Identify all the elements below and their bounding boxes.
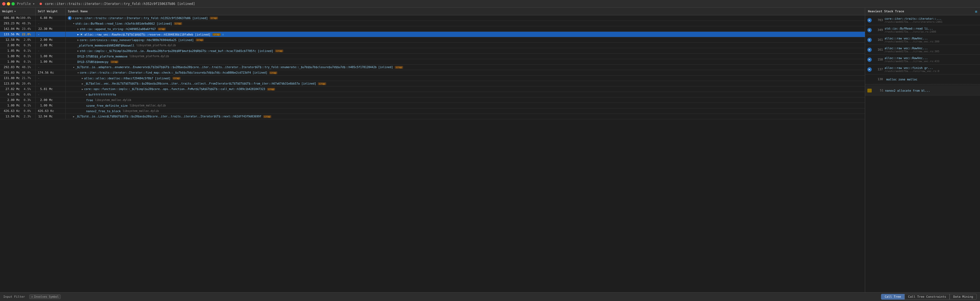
table-row[interactable]: 606.08 Mc100.0% 6.88 Mc ▶ ▾ core::iter::… — [0, 15, 865, 21]
table-row[interactable]: 291.03 Mc48.0% 174.56 Kc ▾ core::iter::t… — [0, 70, 865, 75]
user-icon: ▶ — [80, 33, 83, 37]
profile-menu[interactable]: Profile ▾ — [17, 2, 35, 6]
table-row[interactable]: 1.00 Mc0.1% 1.00 Mc DYLD-STUBS$$memcpy c… — [0, 59, 865, 65]
self-weight-column-header[interactable]: Self Weight — [35, 8, 65, 15]
stack-user-icon: ▶ — [867, 48, 872, 52]
weight-column-header[interactable]: Weight ▾ — [0, 8, 35, 15]
table-body: 606.08 Mc100.0% 6.88 Mc ▶ ▾ core::iter::… — [0, 15, 865, 292]
table-row[interactable]: 293.23 Mc48.3% - ▾ std::io::BufRead::rea… — [0, 21, 865, 26]
table-row[interactable]: 131.80 Mc21.7% - ▶ alloc::alloc::dealloc… — [0, 75, 865, 81]
panel-menu-icon[interactable]: ≡ — [975, 9, 977, 14]
stack-item[interactable]: ▶ 349 std::io::BufRead::read_li... /rust… — [865, 25, 980, 35]
table-row[interactable]: 27.82 Mc4.5% 5.81 Mc ▶ core::ops::functi… — [0, 86, 865, 92]
table-row[interactable]: 12.58 Mc2.0% 2.00 Mc ▶ core::intrinsics:… — [0, 37, 865, 43]
filter-icon: ⊘ — [31, 295, 33, 298]
bottom-bar: Input Filter ⊘ Involves Symbol Call Tree… — [0, 292, 980, 301]
tab-group: Call Tree Call Tree Constraints Data Min… — [881, 294, 977, 299]
left-panel: Weight ▾ Self Weight Symbol Name 606.08 … — [0, 8, 865, 292]
symbol-name-column-header[interactable]: Symbol Name — [65, 8, 865, 15]
panel-title: Heaviest Stack Trace — [868, 10, 904, 13]
stack-user-icon: ▶ — [867, 28, 872, 32]
table-row[interactable]: 426.63 Kc0.0% 426.63 Kc nanov2_free_to_b… — [0, 108, 865, 114]
traffic-lights — [2, 2, 15, 5]
tab-call-tree[interactable]: Call Tree — [881, 294, 905, 299]
right-panel-header: Heaviest Stack Trace ≡ — [865, 8, 980, 15]
filter-controls: ⊘ Involves Symbol — [29, 295, 60, 299]
title-bar: Profile ▾ ⏺ core::iter::traits::iterator… — [0, 0, 980, 8]
anchor-icon: ⚓ — [222, 33, 224, 36]
sort-icon: ▾ — [14, 10, 16, 13]
stack-item[interactable]: 130 _malloc_zone_malloc — [865, 75, 980, 84]
table-row[interactable]: 123.69 Mc20.4% - ▶ _$LT$alloc..vec..Vec$… — [0, 81, 865, 86]
stack-user-icon: ▶ — [867, 57, 872, 62]
involves-symbol-label: Involves Symbol — [34, 295, 59, 298]
user-icon: ▶ — [68, 16, 72, 20]
stack-user-icon: ▶ — [867, 38, 872, 42]
stack-item[interactable]: ▶ 158 alloc::raw_vec::RawVec... /rustc/a… — [865, 55, 980, 65]
stack-item[interactable]: ▶ 137 alloc::raw_vec::finish_gr... /rust… — [865, 65, 980, 75]
involves-symbol-badge[interactable]: ⊘ Involves Symbol — [29, 295, 60, 299]
table-row[interactable]: 142.04 Mc23.4% 22.30 Mc ▶ std::io::appen… — [0, 26, 865, 32]
tab-data-mining[interactable]: Data Mining — [950, 294, 977, 299]
table-row[interactable]: 13.94 Mc2.3% 12.94 Mc ▶ _$LT$std..io..Li… — [0, 114, 865, 119]
stack-item[interactable]: ▶ 703 core::iter::traits::iterator::... … — [865, 15, 980, 25]
table-row[interactable]: 4.13 Mc0.6% - ▶ 0xfffffffffffffe — [0, 92, 865, 97]
table-header: Weight ▾ Self Weight Symbol Name — [0, 8, 865, 15]
input-filter-label: Input Filter — [3, 295, 25, 299]
minimize-button[interactable] — [7, 2, 10, 5]
stack-item[interactable]: ▶ 161 alloc::raw_vec::RawVec... /rustc/a… — [865, 45, 980, 55]
table-row[interactable]: 133.56 Mc22.0% - ▶ ▶ alloc::raw_vec::Raw… — [0, 32, 865, 37]
malloc-icon — [867, 89, 872, 92]
table-row[interactable]: 292.03 Mc48.1% - ▾ _$LT$std..io..adapter… — [0, 65, 865, 70]
table-row[interactable]: 1.00 Mc0.1% 1.00 Mc DYLD-STUBS$$_platfor… — [0, 54, 865, 59]
table-row[interactable]: 1.00 Mc0.1% 1.00 Mc szone_free_definite_… — [0, 103, 865, 108]
stack-user-icon: ▶ — [867, 18, 872, 22]
close-button[interactable] — [2, 2, 5, 5]
table-row[interactable]: 1.05 Mc0.1% - ▶ std::io::impls::_$LT$imp… — [0, 48, 865, 54]
record-icon[interactable]: ⏺ — [39, 2, 43, 6]
table-row[interactable]: 2.00 Mc0.3% 2.00 Mc _platform_memmove$VA… — [0, 43, 865, 48]
stack-item[interactable]: ▶ 161 alloc::raw_vec::RawVec... /rustc/a… — [865, 35, 980, 45]
maximize-button[interactable] — [11, 2, 15, 5]
stack-item[interactable]: 51 nanov2_allocate_from_bl... — [865, 86, 980, 96]
window-title: core::iter::traits::iterator::Iterator::… — [45, 2, 195, 6]
stack-separator — [865, 85, 980, 85]
stack-user-icon: ▶ — [867, 67, 872, 72]
tab-call-tree-constraints[interactable]: Call Tree Constraints — [905, 294, 950, 299]
right-panel: Heaviest Stack Trace ≡ ▶ 703 core::iter:… — [865, 8, 980, 292]
table-row[interactable]: 2.00 Mc0.3% 2.00 Mc free libsystem_mallo… — [0, 97, 865, 103]
main-container: Weight ▾ Self Weight Symbol Name 606.08 … — [0, 8, 980, 292]
